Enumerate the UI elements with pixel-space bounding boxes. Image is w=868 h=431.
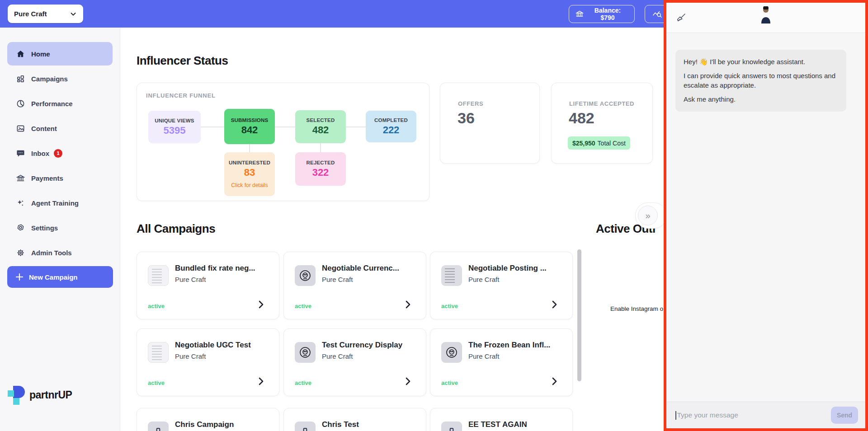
funnel-connector xyxy=(275,126,295,127)
pie-chart-icon xyxy=(15,98,25,108)
sidebar-item-agent-training[interactable]: Agent Training xyxy=(7,191,113,215)
collapse-panel-button[interactable]: » xyxy=(638,206,658,225)
chevron-right-icon[interactable] xyxy=(402,299,413,310)
status-badge: active xyxy=(295,379,311,386)
status-badge: active xyxy=(295,303,311,309)
campaign-thumbnail xyxy=(441,422,462,431)
funnel-stage-submissions: SUBMISSIONS 842 xyxy=(224,109,275,144)
chevron-right-icon[interactable] xyxy=(549,299,560,310)
all-campaigns-title: All Campaigns xyxy=(137,222,215,236)
sidebar: Home Campaigns Performance xyxy=(0,28,120,431)
funnel-connector xyxy=(201,126,224,127)
balance-label: Balance: $790 xyxy=(587,7,628,21)
assistant-message-line: I can provide quick answers to most ques… xyxy=(684,71,838,90)
balance-button[interactable]: Balance: $790 xyxy=(569,5,635,23)
offers-value: 36 xyxy=(458,109,475,127)
send-button[interactable]: Send xyxy=(831,407,858,424)
home-icon xyxy=(15,49,25,59)
status-badge: active xyxy=(148,379,165,386)
lifetime-accepted-label: LIFETIME ACCEPTED xyxy=(569,100,634,107)
funnel-connector xyxy=(320,143,321,152)
campaign-card[interactable]: Chris Campaign xyxy=(137,408,279,431)
campaign-card[interactable]: Test Currency Display Pure Craft active xyxy=(283,328,426,396)
campaign-thumbnail xyxy=(148,422,169,431)
chevron-down-icon xyxy=(70,10,77,18)
enable-instagram-text: Enable Instagram o xyxy=(610,305,663,312)
assistant-avatar xyxy=(760,6,772,23)
plus-icon xyxy=(15,273,24,281)
offers-card: OFFERS 36 xyxy=(440,83,540,164)
click-for-details-link[interactable]: Click for details xyxy=(231,182,268,188)
offers-label: OFFERS xyxy=(458,100,483,107)
funnel-stage-completed: COMPLETED 222 xyxy=(366,111,416,142)
double-chevron-right-icon: » xyxy=(645,211,650,220)
bank-icon xyxy=(15,173,25,183)
brand-selector-label: Pure Craft xyxy=(14,10,47,18)
funnel-stage-selected: SELECTED 482 xyxy=(295,110,346,143)
total-cost-badge: $25,950 Total Cost xyxy=(568,136,630,150)
lifetime-accepted-card: LIFETIME ACCEPTED 482 $25,950 Total Cost xyxy=(551,83,653,164)
bank-icon xyxy=(576,10,584,18)
chevron-right-icon[interactable] xyxy=(549,376,560,387)
partnrup-logo: partnrUP xyxy=(8,385,72,405)
campaign-card[interactable]: Negotiable Posting ... Pure Craft active xyxy=(430,252,573,319)
logo-mark-icon xyxy=(8,385,26,405)
frozen-bean-logo xyxy=(441,342,462,363)
lifetime-accepted-value: 482 xyxy=(569,109,594,127)
funnel-stage-uninterested[interactable]: UNINTERESTED 83 Click for details xyxy=(224,152,275,196)
funnel-connector xyxy=(249,144,250,152)
influencer-status-title: Influencer Status xyxy=(137,54,228,68)
knowledge-assistant-panel: Hey! 👋 I'll be your knowledge assistant.… xyxy=(664,0,868,431)
status-badge: active xyxy=(441,303,458,309)
chevron-right-icon[interactable] xyxy=(402,376,413,387)
sidebar-item-performance[interactable]: Performance xyxy=(7,92,113,115)
settings-icon xyxy=(15,223,25,233)
influencer-funnel-card: INFLUENCER FUNNEL UNIQUE VIEWS 5395 SUBM… xyxy=(137,83,429,201)
campaign-thumbnail xyxy=(441,265,462,286)
campaign-card[interactable]: The Frozen Bean Infl... Pure Craft activ… xyxy=(430,328,573,396)
sidebar-item-home[interactable]: Home xyxy=(7,42,113,66)
chat-header xyxy=(666,3,865,33)
campaign-thumbnail xyxy=(295,422,316,431)
brand-selector[interactable]: Pure Craft xyxy=(8,5,83,23)
funnel-stage-unique-views: UNIQUE VIEWS 5395 xyxy=(148,111,201,143)
campaign-thumbnail xyxy=(148,265,169,286)
campaigns-icon xyxy=(15,74,25,84)
funnel-connector xyxy=(346,126,366,127)
funnel-stage-rejected: REJECTED 322 xyxy=(295,152,346,186)
sidebar-item-settings[interactable]: Settings xyxy=(7,216,113,239)
chat-bubble-icon xyxy=(15,148,25,158)
campaign-card[interactable]: Negotiable UGC Test Pure Craft active xyxy=(137,328,279,396)
status-badge: active xyxy=(148,303,165,309)
sidebar-item-inbox[interactable]: Inbox 1 xyxy=(7,141,113,165)
gear-icon xyxy=(15,248,25,258)
sidebar-item-payments[interactable]: Payments xyxy=(7,166,113,190)
logo-text: partnrUP xyxy=(29,389,72,401)
image-icon xyxy=(15,123,25,133)
assistant-message-bubble: Hey! 👋 I'll be your knowledge assistant.… xyxy=(675,50,846,112)
frozen-bean-logo xyxy=(295,265,316,286)
sidebar-item-content[interactable]: Content xyxy=(7,117,113,140)
frozen-bean-logo xyxy=(295,342,316,363)
chat-message-input[interactable] xyxy=(677,411,831,419)
new-campaign-button[interactable]: New Campaign xyxy=(7,266,113,288)
campaign-card[interactable]: EE TEST AGAIN xyxy=(430,408,573,431)
chart-search-icon xyxy=(652,9,662,19)
sidebar-item-campaigns[interactable]: Campaigns xyxy=(7,67,113,90)
sidebar-nav: Home Campaigns Performance xyxy=(0,28,120,264)
campaigns-scrollbar[interactable] xyxy=(577,249,581,381)
assistant-message-line: Hey! 👋 I'll be your knowledge assistant. xyxy=(684,57,838,66)
chevron-right-icon[interactable] xyxy=(255,376,266,387)
campaign-card[interactable]: Bundled fix rate neg... Pure Craft activ… xyxy=(137,252,279,319)
campaign-card[interactable]: Negotiable Currenc... Pure Craft active xyxy=(283,252,426,319)
text-cursor xyxy=(675,411,676,420)
chat-input-row: Send xyxy=(666,402,865,428)
campaign-card[interactable]: Chris Test xyxy=(283,408,426,431)
assistant-message-line: Ask me anything. xyxy=(684,95,838,104)
sparkles-icon xyxy=(15,198,25,208)
inbox-unread-badge: 1 xyxy=(54,149,62,158)
sidebar-item-admin-tools[interactable]: Admin Tools xyxy=(7,241,113,264)
campaign-thumbnail xyxy=(148,342,169,363)
chevron-right-icon[interactable] xyxy=(255,299,266,310)
clear-chat-broom-icon[interactable] xyxy=(675,11,689,24)
